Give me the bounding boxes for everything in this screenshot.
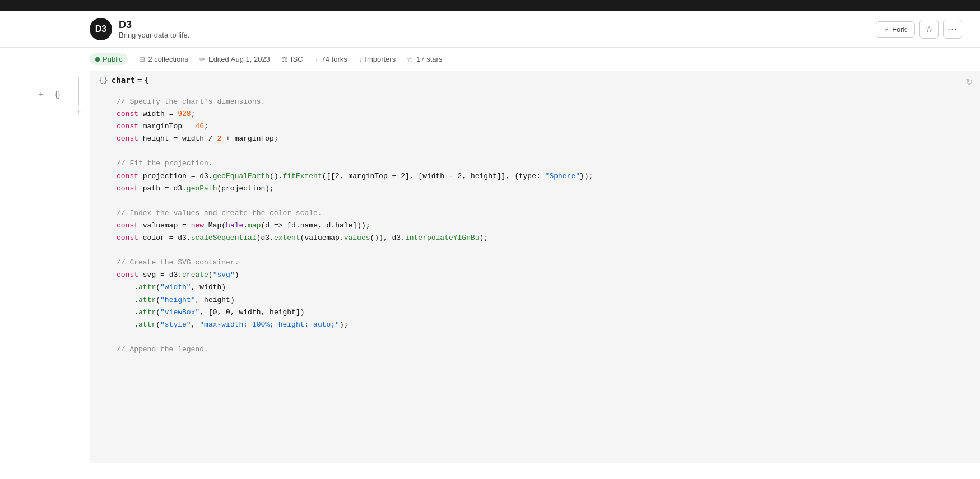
cell-type-icon: {} bbox=[99, 76, 108, 85]
add-comment-button[interactable]: + bbox=[34, 87, 48, 101]
public-dot bbox=[95, 57, 100, 62]
left-gutter: + bbox=[67, 71, 90, 463]
edited-item: ✏ Edited Aug 1, 2023 bbox=[199, 55, 270, 63]
header-left: D3 D3 Bring your data to life. bbox=[90, 18, 189, 40]
fork-icon: ⑂ bbox=[884, 25, 889, 34]
code-icon: {} bbox=[55, 90, 60, 99]
app-subtitle: Bring your data to life. bbox=[119, 31, 189, 39]
edit-icon: ✏ bbox=[199, 55, 206, 63]
cell-wrapper: {} chart = { // Specify the chart's dime… bbox=[90, 71, 980, 365]
cell-name: chart bbox=[112, 76, 135, 85]
cell-equals: = bbox=[137, 76, 142, 85]
right-edge: ↻ bbox=[958, 71, 980, 365]
forks-icon: ⑂ bbox=[314, 55, 319, 63]
more-button[interactable]: ··· bbox=[943, 20, 962, 39]
cell-controls: + {} bbox=[34, 87, 65, 101]
header-actions: ⑂ Fork ☆ ··· bbox=[876, 20, 962, 39]
license-icon: ⚖ bbox=[281, 55, 288, 63]
star-button[interactable]: ☆ bbox=[919, 20, 939, 39]
top-bar bbox=[0, 0, 980, 11]
cell-code-button[interactable]: {} bbox=[50, 87, 65, 101]
collections-icon: ⊞ bbox=[139, 55, 145, 63]
star-icon: ☆ bbox=[925, 24, 933, 35]
forks-item[interactable]: ⑂ 74 forks bbox=[314, 55, 347, 63]
stars-item[interactable]: ☆ 17 stars bbox=[407, 55, 442, 63]
public-badge: Public bbox=[90, 53, 128, 65]
add-cell-button[interactable]: + bbox=[76, 107, 81, 116]
fork-button[interactable]: ⑂ Fork bbox=[876, 21, 915, 38]
header-info: D3 Bring your data to life. bbox=[119, 19, 189, 39]
d3-logo: D3 bbox=[90, 18, 112, 40]
license-item[interactable]: ⚖ ISC bbox=[281, 55, 303, 63]
gutter-line bbox=[78, 77, 79, 105]
cell-inner[interactable]: {} chart = { // Specify the chart's dime… bbox=[90, 71, 958, 365]
app-title: D3 bbox=[119, 19, 189, 31]
main-content: + + {} {} chart = { // Specify th bbox=[0, 71, 980, 463]
code-block[interactable]: // Specify the chart's dimensions. const… bbox=[90, 87, 958, 365]
add-icon: + bbox=[39, 90, 43, 99]
cell-header-row: {} chart = { bbox=[90, 71, 958, 87]
importers-icon: ↓ bbox=[359, 55, 363, 63]
left-margin: + + {} bbox=[0, 71, 90, 463]
refresh-icon[interactable]: ↻ bbox=[965, 77, 973, 365]
collections-item[interactable]: ⊞ 2 collections bbox=[139, 55, 188, 63]
code-area: {} chart = { // Specify the chart's dime… bbox=[90, 71, 980, 463]
meta-bar: Public ⊞ 2 collections ✏ Edited Aug 1, 2… bbox=[0, 48, 980, 71]
importers-item[interactable]: ↓ Importers bbox=[359, 55, 396, 63]
header: D3 D3 Bring your data to life. ⑂ Fork ☆ … bbox=[0, 11, 980, 48]
cell-open-brace: { bbox=[144, 76, 148, 85]
stars-icon: ☆ bbox=[407, 55, 414, 63]
